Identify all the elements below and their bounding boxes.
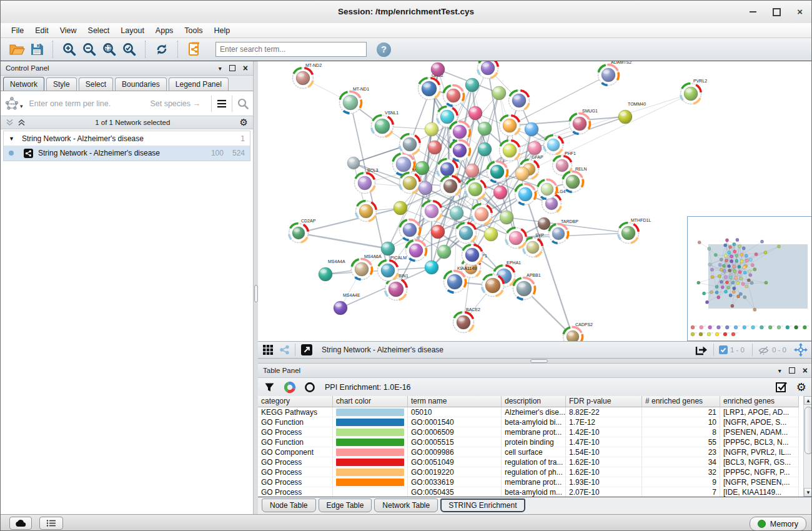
tab-network-table[interactable]: Network Table	[374, 499, 438, 512]
close-icon[interactable]: ×	[797, 9, 803, 15]
float-panel-icon[interactable]	[789, 367, 795, 374]
float-panel-icon[interactable]	[229, 65, 235, 71]
close-panel-icon[interactable]: ×	[803, 367, 808, 374]
share-view-icon[interactable]	[279, 345, 290, 355]
export-network-icon[interactable]	[695, 344, 708, 356]
cell-description: Alzheimer's dise...	[502, 407, 566, 417]
menu-apps[interactable]: Apps	[150, 24, 179, 37]
column-header-chart-color[interactable]: chart color	[333, 396, 408, 407]
scroll-down-icon[interactable]: ▼	[804, 488, 812, 497]
settings-gear-icon[interactable]: ⚙	[796, 383, 806, 392]
tab-edge-table[interactable]: Edge Table	[319, 499, 372, 512]
column-header-fdr-p-value[interactable]: FDR p-value	[566, 396, 642, 407]
tab-node-table[interactable]: Node Table	[262, 499, 316, 512]
tab-network[interactable]: Network	[3, 77, 44, 91]
tab-boundaries[interactable]: Boundaries	[115, 77, 167, 91]
enrichment-row[interactable]: GO ProcessGO:0019220regulation of ph...1…	[258, 467, 811, 477]
select-rows-icon[interactable]	[775, 381, 788, 394]
horizontal-splitter[interactable]	[258, 359, 812, 363]
menu-icon[interactable]	[216, 99, 227, 109]
string-query-input[interactable]: Enter one term per line.	[23, 99, 151, 108]
zoom-out-button[interactable]	[79, 40, 99, 59]
menu-edit[interactable]: Edit	[29, 24, 54, 37]
column-header--enriched-genes[interactable]: # enriched genes	[642, 396, 720, 407]
chart-color-cell	[333, 407, 408, 417]
enrichment-row[interactable]: GO ProcessGO:0033619membrane prot...1.93…	[258, 477, 811, 487]
enrichment-row[interactable]: GO FunctionGO:0001540beta-amyloid bi...1…	[258, 417, 811, 427]
grid-view-icon[interactable]	[263, 345, 273, 355]
string-logo-icon[interactable]: STRING	[4, 96, 19, 111]
set-species-link[interactable]: Set species →	[150, 99, 201, 108]
gear-icon[interactable]: ⚙	[240, 118, 248, 127]
network-canvas[interactable]: MT-ND2MT-ND1VSNL1GAB2ADAMTS2PVRL2TOMM40S…	[258, 61, 812, 341]
scroll-up-icon[interactable]: ▲	[804, 396, 812, 405]
save-session-button[interactable]	[27, 40, 47, 59]
column-header-enriched-genes[interactable]: enriched genes	[720, 396, 799, 407]
scrollbar-thumb[interactable]	[805, 407, 812, 454]
cell-term-name: GO:0033619	[408, 477, 502, 487]
task-list-button[interactable]	[39, 517, 63, 530]
enrichment-row[interactable]: GO ProcessGO:0050435beta-amyloid m...2.0…	[258, 487, 811, 497]
maximize-icon[interactable]	[773, 8, 781, 16]
chart-color-cell	[333, 467, 408, 477]
collapse-icon[interactable]: ▼	[9, 136, 14, 142]
enrichment-row[interactable]: KEGG Pathways05010Alzheimer's dise...8.8…	[258, 407, 811, 417]
expand-all-icon[interactable]	[17, 119, 26, 126]
collapse-panel-icon[interactable]: ▾	[778, 367, 781, 374]
network-overview[interactable]	[687, 216, 812, 341]
cell-enriched-genes: [LRP1, APOE, AD...	[720, 407, 799, 417]
zoom-selected-button[interactable]	[119, 40, 139, 59]
search-icon[interactable]	[237, 97, 249, 110]
collapse-all-icon[interactable]	[6, 119, 14, 126]
close-panel-icon[interactable]: ×	[243, 65, 248, 71]
cell-description: regulation of tra...	[502, 457, 566, 467]
import-network-button[interactable]	[184, 40, 204, 59]
ring-chart-icon[interactable]	[304, 381, 316, 394]
enrichment-row[interactable]: GO ProcessGO:0006509membrane prot...1.42…	[258, 427, 811, 437]
menu-file[interactable]: File	[6, 24, 29, 37]
menu-tools[interactable]: Tools	[179, 24, 208, 37]
svg-text:PVRL2: PVRL2	[693, 79, 707, 83]
column-header-category[interactable]: category	[258, 396, 333, 407]
menu-help[interactable]: Help	[209, 24, 236, 37]
open-session-button[interactable]	[7, 40, 27, 59]
zoom-in-button[interactable]	[59, 40, 79, 59]
collapse-panel-icon[interactable]: ▾	[219, 65, 222, 72]
open-in-window-icon[interactable]	[300, 344, 313, 356]
menu-select[interactable]: Select	[82, 24, 116, 37]
table-scrollbar[interactable]: ▲ ▼	[803, 396, 812, 497]
cell-enriched-genes: [NGFR, PSENEN,...	[720, 477, 799, 487]
network-row-selected[interactable]: String Network - Alzheimer's disease 100…	[4, 146, 250, 161]
fit-selected-move-icon[interactable]	[794, 343, 808, 357]
selection-status: 1 of 1 Network selected	[26, 119, 240, 126]
zoom-fit-button[interactable]	[99, 40, 119, 59]
window-titlebar: Session: /tmp/enrichmentTest.cys ×	[1, 1, 811, 24]
search-input[interactable]	[215, 42, 367, 57]
color-swatch	[336, 419, 404, 426]
enrichment-row[interactable]: GO FunctionGO:0005515protein binding1.47…	[258, 437, 811, 447]
tab-select[interactable]: Select	[79, 77, 113, 91]
column-header-description[interactable]: description	[502, 396, 566, 407]
color-swatch	[336, 459, 404, 466]
enrichment-row[interactable]: GO ComponentGO:0009986cell surface1.54E-…	[258, 447, 811, 457]
network-collection-row[interactable]: ▼ String Network - Alzheimer's disease 1	[4, 131, 250, 146]
memory-button[interactable]: Memory	[750, 517, 806, 531]
control-panel-header: Control Panel ▾ ×	[1, 61, 253, 76]
tab-style[interactable]: Style	[46, 77, 77, 91]
enrichment-row[interactable]: GO ProcessGO:0051049regulation of tra...…	[258, 457, 811, 467]
menu-view[interactable]: View	[54, 24, 82, 37]
tab-legend-panel[interactable]: Legend Panel	[169, 77, 229, 91]
menu-layout[interactable]: Layout	[115, 24, 150, 37]
chart-color-cell	[333, 437, 408, 447]
cell--enriched-genes: 34	[642, 457, 720, 467]
filter-icon[interactable]	[264, 382, 275, 392]
help-button[interactable]: ?	[377, 42, 391, 57]
cell-description: beta-amyloid bi...	[502, 417, 566, 427]
refresh-button[interactable]	[152, 40, 172, 59]
column-header-term-name[interactable]: term name	[408, 396, 502, 407]
cloud-button[interactable]	[9, 517, 32, 530]
pie-chart-icon[interactable]	[284, 381, 296, 394]
cell-term-name: GO:0050435	[408, 487, 502, 497]
minimize-icon[interactable]	[750, 11, 756, 13]
tab-string-enrichment[interactable]: STRING Enrichment	[440, 499, 525, 512]
